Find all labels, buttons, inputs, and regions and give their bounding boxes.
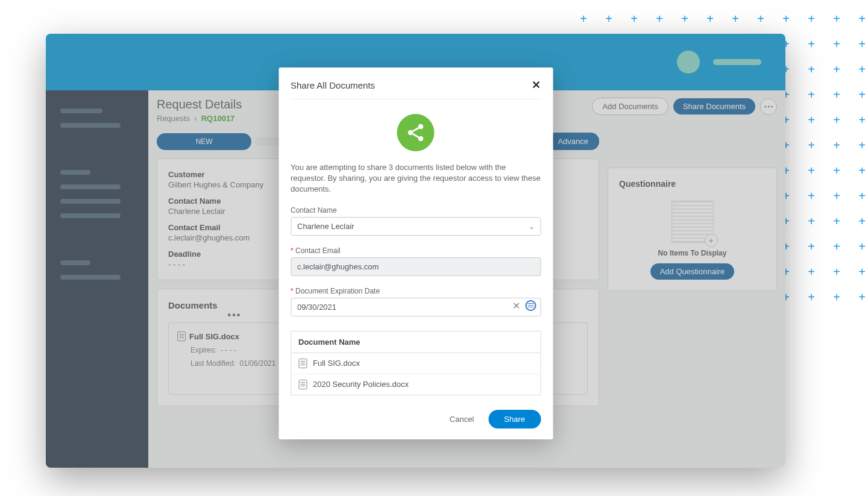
clear-icon[interactable]: ✕	[512, 300, 520, 312]
modal-title: Share All Documents	[291, 80, 375, 90]
contact-email-label: * Contact Email	[291, 246, 541, 255]
table-header: Document Name	[291, 331, 540, 353]
svg-point-2	[418, 136, 424, 142]
svg-point-1	[408, 130, 414, 136]
cancel-button[interactable]: Cancel	[450, 415, 474, 424]
share-button[interactable]: Share	[488, 410, 541, 429]
share-icon	[397, 114, 435, 151]
expiration-label: * Document Expiration Date	[291, 287, 541, 295]
file-icon	[298, 359, 307, 368]
file-icon	[298, 380, 307, 389]
app-window: Request Details Requests › RQ10017 NEW C…	[46, 34, 785, 468]
contact-email-input[interactable]	[291, 257, 541, 276]
contact-name-label: Contact Name	[291, 206, 541, 215]
svg-point-0	[418, 124, 424, 130]
contact-name-select[interactable]: Charlene Leclair	[291, 217, 541, 236]
modal-description: You are attempting to share 3 documents …	[291, 162, 541, 195]
share-modal: Share All Documents ✕ You are attempting…	[278, 67, 553, 439]
calendar-icon[interactable]	[525, 300, 536, 311]
table-row: 2020 Security Policies.docx	[291, 374, 540, 395]
table-row: Full SIG.docx	[291, 353, 540, 374]
document-table: Document Name Full SIG.docx 2020 Securit…	[291, 331, 541, 395]
close-icon[interactable]: ✕	[532, 78, 541, 92]
expiration-date-input[interactable]	[291, 298, 541, 316]
